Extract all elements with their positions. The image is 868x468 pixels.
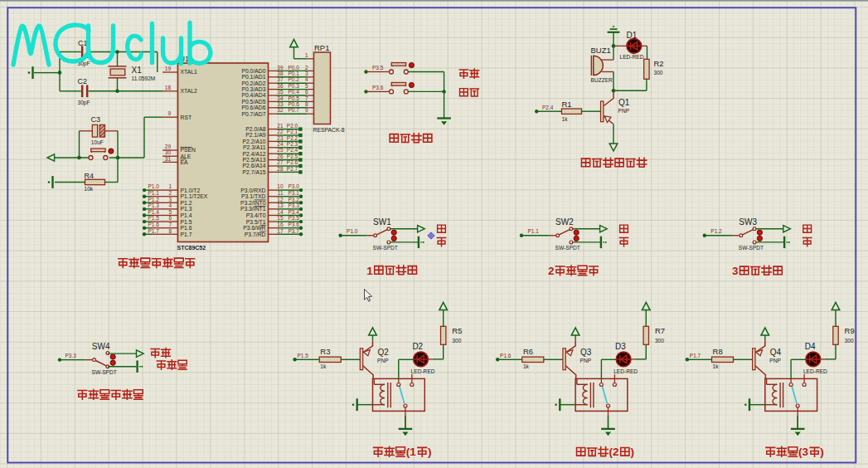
svg-text:28: 28 [277,166,284,172]
svg-text:P0.1/AD1: P0.1/AD1 [241,74,265,80]
svg-text:P3.4: P3.4 [289,209,300,215]
svg-text:37: 37 [277,76,284,82]
svg-text:P1.6: P1.6 [181,225,192,231]
svg-text:): ) [428,446,432,458]
svg-text:P1.1/T2EX: P1.1/T2EX [181,193,208,199]
svg-text:P3.0/RXD: P3.0/RXD [240,188,265,193]
svg-text:22: 22 [277,129,284,134]
svg-text:7: 7 [168,222,172,227]
svg-text:P0.4: P0.4 [289,89,300,95]
svg-text:SW-SPDT: SW-SPDT [555,245,580,251]
svg-text:P2.0/A8: P2.0/A8 [245,126,265,132]
svg-text:RP1: RP1 [314,43,329,52]
svg-text:14: 14 [277,209,284,215]
svg-text:ALE: ALE [181,154,192,159]
svg-text:10uF: 10uF [91,139,104,145]
svg-text:2: 2 [305,65,308,71]
svg-text:R4: R4 [85,172,95,180]
svg-text:P1.4: P1.4 [181,212,192,218]
svg-text:17: 17 [277,228,284,234]
svg-text:1k: 1k [713,363,720,369]
svg-text:Q1: Q1 [618,98,630,107]
svg-text:34: 34 [277,95,284,101]
svg-text:P3.2/INT0: P3.2/INT0 [240,200,266,206]
svg-text:LED-RED: LED-RED [613,368,638,374]
svg-text:P3.7: P3.7 [289,228,300,234]
svg-text:P3.1/TXD: P3.1/TXD [241,193,266,199]
svg-text:5: 5 [168,209,172,215]
svg-text:P0.5/AD5: P0.5/AD5 [241,99,265,105]
svg-text:): ) [631,446,635,458]
svg-text:P2.4: P2.4 [542,105,554,110]
svg-text:Q3: Q3 [580,348,592,357]
svg-text:33: 33 [277,101,284,107]
svg-text:P1.5: P1.5 [181,219,192,225]
svg-text:SW-SPDT: SW-SPDT [92,369,117,375]
svg-text:P3.6: P3.6 [289,222,300,227]
svg-text:P2.2: P2.2 [287,135,298,141]
svg-text:): ) [820,446,824,458]
svg-text:Q4: Q4 [770,348,782,357]
svg-text:(2: (2 [609,446,618,458]
svg-text:P2.3: P2.3 [287,141,298,147]
svg-text:SW-SPDT: SW-SPDT [739,245,764,251]
svg-text:(3: (3 [798,446,808,458]
svg-text:PNP: PNP [769,358,781,363]
svg-text:P2.7/A15: P2.7/A15 [243,169,266,175]
svg-text:8: 8 [305,101,308,107]
svg-text:R8: R8 [713,347,723,356]
svg-text:R1: R1 [562,100,572,109]
svg-text:PNP: PNP [618,108,630,114]
svg-text:1: 1 [366,265,373,277]
svg-text:SW3: SW3 [739,217,757,227]
svg-text:P0.0: P0.0 [289,65,300,71]
svg-text:BUZ1: BUZ1 [591,46,611,55]
svg-text:12: 12 [277,197,284,202]
svg-text:4: 4 [305,76,308,82]
svg-text:C3: C3 [91,115,101,124]
svg-text:P1.4: P1.4 [148,209,160,215]
svg-text:31: 31 [165,156,172,162]
svg-text:300: 300 [655,338,664,344]
svg-text:30pF: 30pF [78,100,90,106]
svg-text:30: 30 [165,149,172,155]
svg-text:6: 6 [305,89,308,95]
svg-text:P1.7: P1.7 [690,353,701,358]
svg-text:P1.2: P1.2 [148,197,160,202]
svg-text:R2: R2 [654,59,664,68]
svg-text:P1.1: P1.1 [528,228,540,234]
svg-text:P2.5/A13: P2.5/A13 [243,157,266,163]
svg-text:P1.3: P1.3 [148,202,160,208]
svg-text:P0.5: P0.5 [289,95,300,101]
svg-text:PNP: PNP [377,358,389,363]
svg-text:39: 39 [277,65,284,71]
svg-text:BUZZER: BUZZER [591,77,613,83]
svg-text:P2.2/A10: P2.2/A10 [243,139,266,144]
svg-text:P0.7/AD7: P0.7/AD7 [241,111,265,117]
svg-text:300: 300 [452,338,461,344]
svg-text:P0.6: P0.6 [289,101,300,107]
svg-text:27: 27 [277,159,284,165]
svg-text:P3.6/WR: P3.6/WR [243,225,265,231]
svg-text:P2.4/A12: P2.4/A12 [243,151,266,157]
svg-text:23: 23 [277,135,284,141]
svg-text:P3.3: P3.3 [65,353,77,358]
svg-text:P1.2: P1.2 [181,200,192,206]
svg-text:P2.7: P2.7 [287,166,298,172]
svg-text:RST: RST [181,115,192,120]
svg-text:P1.1: P1.1 [148,190,160,196]
svg-text:LED-RED: LED-RED [620,54,644,60]
svg-text:SW4: SW4 [92,342,110,351]
svg-text:13: 13 [277,202,284,208]
svg-text:LED-RED: LED-RED [411,368,435,374]
svg-text:19: 19 [165,66,172,71]
svg-text:P3.0: P3.0 [289,183,300,189]
svg-text:P3.6: P3.6 [372,85,384,90]
svg-text:7: 7 [305,95,308,101]
svg-text:P1.7: P1.7 [181,232,192,237]
svg-text:(1: (1 [406,446,416,458]
svg-text:1: 1 [305,52,308,58]
svg-text:RESPACK-8: RESPACK-8 [313,127,345,133]
svg-text:PNP: PNP [580,358,592,363]
svg-text:8: 8 [168,228,172,234]
